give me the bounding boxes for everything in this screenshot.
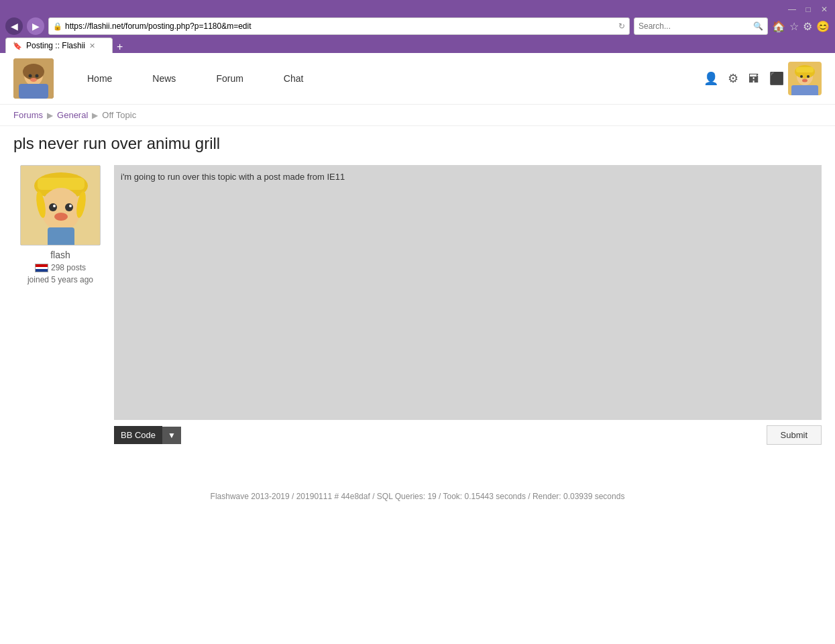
user-avatar: [20, 165, 101, 246]
browser-toolbar: ◀ ▶ 🔒 ↻ 🔍 🏠 ☆ ⚙ 😊: [5, 17, 830, 35]
user-joined: joined 5 years ago: [13, 275, 107, 284]
search-input[interactable]: [638, 21, 753, 31]
search-bar[interactable]: 🔍: [634, 17, 768, 35]
posts-count: 298 posts: [51, 263, 86, 272]
tab-title: Posting :: Flashii: [26, 41, 85, 50]
bbcode-selector[interactable]: BB Code ▼: [114, 426, 181, 444]
titlebar-buttons: — □ ✕: [787, 4, 830, 15]
editor-panel: BB Code ▼ Submit: [114, 165, 822, 445]
site-logo: [13, 58, 54, 99]
breadcrumb-current: Off Topic: [102, 110, 136, 120]
settings-icon[interactable]: ⚙: [728, 71, 738, 86]
address-bar[interactable]: 🔒 ↻: [48, 17, 630, 35]
svg-rect-24: [48, 227, 74, 246]
svg-point-23: [54, 213, 68, 221]
header-avatar[interactable]: [788, 62, 822, 95]
username: flash: [13, 250, 107, 260]
breadcrumb-general[interactable]: General: [57, 110, 88, 120]
svg-point-3: [29, 74, 32, 78]
svg-rect-14: [791, 85, 818, 95]
site-footer: Flashwave 2013-2019 / 20190111 # 44e8daf…: [0, 478, 835, 515]
nav-home[interactable]: Home: [87, 73, 112, 84]
svg-point-5: [30, 78, 37, 82]
user-avatar-svg: [21, 166, 101, 246]
flag-icon: [35, 264, 48, 272]
breadcrumb-separator-2: ▶: [92, 111, 98, 120]
site-header: Home News Forum Chat 👤 ⚙ 🖬 ⬛: [0, 53, 835, 105]
browser-chrome: — □ ✕ ◀ ▶ 🔒 ↻ 🔍 🏠 ☆ ⚙ 😊 🔖 Posting :: Fla…: [0, 0, 835, 53]
refresh-icon[interactable]: ↻: [618, 21, 625, 31]
breadcrumb-forums[interactable]: Forums: [13, 110, 43, 120]
close-tab-button[interactable]: ✕: [89, 42, 95, 50]
maximize-button[interactable]: □: [803, 4, 814, 15]
notifications-icon[interactable]: 🖬: [748, 72, 760, 86]
logout-icon[interactable]: ⬛: [769, 71, 784, 86]
search-icon: 🔍: [753, 21, 763, 31]
favorites-icons: 🏠 ☆ ⚙ 😊: [772, 20, 830, 33]
submit-button[interactable]: Submit: [767, 425, 822, 445]
svg-point-18: [41, 188, 81, 231]
minimize-button[interactable]: —: [787, 4, 797, 15]
site-nav: Home News Forum Chat: [87, 73, 704, 84]
header-avatar-img: [788, 62, 822, 95]
svg-point-2: [23, 64, 44, 80]
nav-chat[interactable]: Chat: [284, 73, 304, 84]
favicon-icon: 🔖: [13, 42, 22, 50]
svg-rect-10: [796, 67, 814, 72]
back-button[interactable]: ◀: [5, 17, 23, 35]
post-textarea[interactable]: [114, 165, 822, 420]
svg-point-4: [36, 74, 39, 78]
nav-forum[interactable]: Forum: [216, 73, 243, 84]
logo-svg: [13, 58, 54, 99]
svg-point-11: [800, 75, 803, 78]
breadcrumb-separator-1: ▶: [47, 111, 53, 120]
bbcode-dropdown-arrow[interactable]: ▼: [162, 427, 181, 444]
browser-titlebar: — □ ✕: [5, 4, 830, 15]
active-tab[interactable]: 🔖 Posting :: Flashii ✕: [5, 38, 113, 53]
close-button[interactable]: ✕: [819, 4, 830, 15]
post-editor-area: flash 298 posts joined 5 years ago BB Co…: [0, 158, 835, 451]
logo-image: [13, 58, 54, 99]
home-fav-icon[interactable]: 🏠: [772, 20, 785, 33]
bbcode-label[interactable]: BB Code: [114, 426, 162, 444]
svg-point-13: [802, 79, 808, 83]
header-icons: 👤 ⚙ 🖬 ⬛: [704, 71, 784, 86]
new-tab-button[interactable]: +: [113, 41, 127, 53]
breadcrumb: Forums ▶ General ▶ Off Topic: [0, 105, 835, 126]
user-posts: 298 posts: [13, 263, 107, 272]
svg-point-20: [65, 203, 73, 211]
site-wrapper: Home News Forum Chat 👤 ⚙ 🖬 ⬛: [0, 53, 835, 590]
svg-point-21: [53, 205, 56, 207]
tab-bar: 🔖 Posting :: Flashii ✕ +: [5, 38, 830, 53]
svg-point-19: [49, 203, 57, 211]
nav-news[interactable]: News: [152, 73, 176, 84]
lock-icon: 🔒: [53, 22, 62, 31]
svg-point-12: [807, 75, 810, 78]
smiley-fav-icon[interactable]: 😊: [816, 20, 830, 33]
user-panel: flash 298 posts joined 5 years ago: [13, 165, 114, 445]
forward-button[interactable]: ▶: [27, 17, 44, 35]
svg-rect-6: [19, 84, 48, 99]
url-input[interactable]: [65, 21, 618, 31]
page-title: pls never run over animu grill: [0, 126, 835, 158]
footer-text: Flashwave 2013-2019 / 20190111 # 44e8daf…: [211, 492, 625, 501]
svg-point-22: [69, 205, 72, 207]
editor-toolbar: BB Code ▼ Submit: [114, 425, 822, 445]
gear-fav-icon[interactable]: ⚙: [803, 20, 812, 33]
star-fav-icon[interactable]: ☆: [789, 20, 799, 33]
user-icon[interactable]: 👤: [704, 71, 718, 86]
